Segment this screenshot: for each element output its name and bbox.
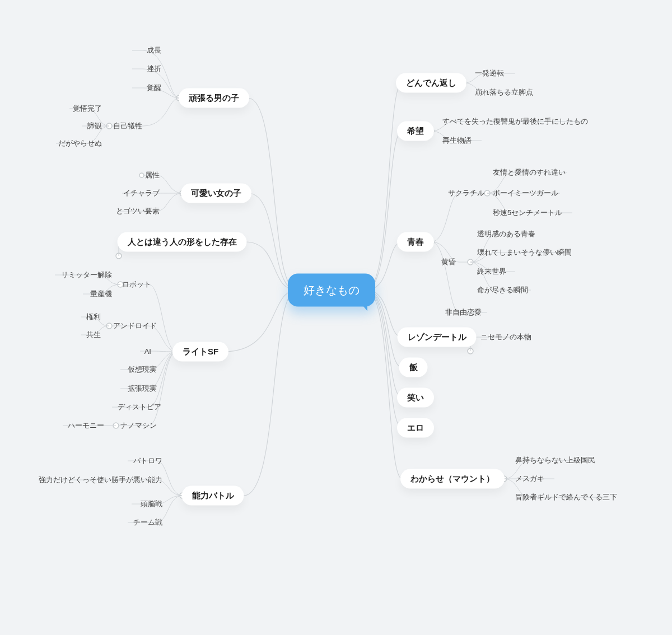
leaf[interactable]: 終末世界: [477, 267, 506, 277]
node-warai[interactable]: 笑い: [397, 388, 434, 408]
leaf[interactable]: 透明感のある青春: [477, 229, 535, 239]
wire-root-left: [224, 98, 297, 496]
leaf[interactable]: 秒速5センチメートル: [493, 208, 562, 218]
leaf[interactable]: バトロワ: [133, 456, 162, 466]
node-donden[interactable]: どんでん返し: [396, 73, 466, 93]
leaf[interactable]: 権利: [86, 312, 101, 322]
leaf[interactable]: リミッター解除: [61, 270, 112, 280]
node-wakarase[interactable]: わからせ（マウント）: [400, 469, 505, 489]
leaf[interactable]: アンドロイド: [113, 321, 157, 331]
leaf[interactable]: 壊れてしまいそうな儚い瞬間: [477, 248, 572, 258]
leaf[interactable]: 覚醒: [147, 83, 161, 93]
leaf[interactable]: サクラチル: [448, 188, 484, 198]
leaf[interactable]: 覚悟完了: [73, 104, 102, 114]
leaf[interactable]: 冒険者ギルドで絡んでくる三下: [515, 492, 617, 502]
leaf[interactable]: イチャラブ: [123, 188, 160, 198]
leaf[interactable]: ニセモノの本物: [480, 332, 531, 342]
leaf[interactable]: 崩れ落ちる立脚点: [475, 87, 533, 97]
leaf[interactable]: 一発逆転: [475, 68, 504, 78]
leaf[interactable]: 拡張現実: [128, 384, 157, 394]
leaf[interactable]: 属性: [145, 170, 160, 180]
root-node[interactable]: 好きなもの: [288, 274, 375, 307]
node-ero[interactable]: エロ: [397, 418, 434, 438]
leaf[interactable]: 非自由恋愛: [445, 307, 482, 318]
node-raison[interactable]: レゾンデートル: [398, 328, 477, 347]
node-kawaii[interactable]: 可愛い女の子: [181, 184, 251, 203]
leaf[interactable]: 量産機: [90, 289, 112, 299]
node-seishun[interactable]: 青春: [397, 232, 434, 252]
leaf[interactable]: ハーモニー: [68, 421, 104, 431]
leaf[interactable]: すべてを失った復讐鬼が最後に手にしたもの: [442, 116, 588, 127]
leaf[interactable]: ディストピア: [118, 402, 161, 412]
node-kibou[interactable]: 希望: [397, 122, 434, 141]
leaf[interactable]: 黄昏: [441, 257, 456, 267]
leaf[interactable]: 命が尽きる瞬間: [477, 285, 528, 295]
expand-dot[interactable]: [139, 173, 144, 178]
node-ganbaru[interactable]: 頑張る男の子: [179, 88, 249, 108]
leaf[interactable]: 仮想現実: [128, 365, 157, 375]
leaf[interactable]: ナノマシン: [120, 421, 157, 431]
leaf[interactable]: とゴツい要素: [116, 206, 160, 216]
mindmap-canvas[interactable]: 好きなもの 頑張る男の子 可愛い女の子 人とは違う人の形をした存在 ライトSF …: [0, 0, 672, 635]
node-lightsf[interactable]: ライトSF: [172, 342, 228, 362]
leaf[interactable]: 成長: [147, 45, 161, 55]
leaf[interactable]: 諦観: [87, 121, 102, 131]
leaf[interactable]: 友情と愛情のすれ違い: [493, 167, 566, 178]
leaf[interactable]: 挫折: [147, 64, 161, 74]
leaf[interactable]: だがやらせぬ: [58, 138, 102, 148]
leaf[interactable]: 再生物語: [442, 136, 472, 146]
leaf[interactable]: 鼻持ちならない上級国民: [515, 455, 595, 465]
leaf[interactable]: ボーイミーツガール: [493, 188, 558, 198]
node-hitotoha[interactable]: 人とは違う人の形をした存在: [118, 232, 247, 252]
leaf[interactable]: 強力だけどくっそ使い勝手が悪い能力: [39, 475, 162, 485]
leaf[interactable]: ロボット: [122, 279, 151, 290]
leaf[interactable]: 自己犠牲: [113, 121, 142, 131]
leaf[interactable]: 頭脳戦: [141, 499, 162, 509]
leaf[interactable]: AI: [144, 347, 151, 356]
leaf[interactable]: チーム戦: [133, 517, 162, 527]
leaf[interactable]: メスガキ: [515, 474, 544, 484]
node-nouryoku[interactable]: 能力バトル: [182, 486, 244, 506]
node-meshi[interactable]: 飯: [399, 358, 428, 377]
leaf[interactable]: 共生: [86, 330, 101, 340]
